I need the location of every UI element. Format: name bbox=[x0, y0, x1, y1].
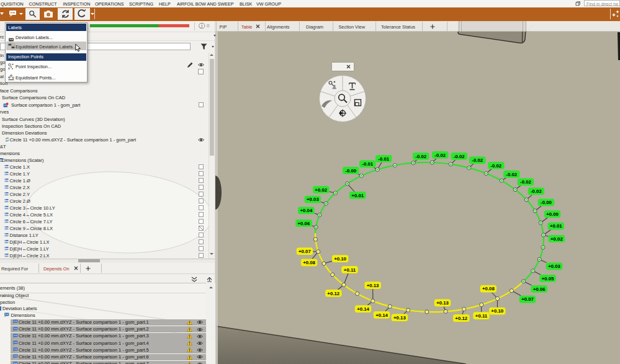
svg-text:+0.01: +0.01 bbox=[351, 193, 364, 198]
svg-text:-0.01: -0.01 bbox=[378, 156, 389, 162]
svg-text:+0.13: +0.13 bbox=[393, 315, 406, 321]
svg-text:+0.10: +0.10 bbox=[491, 308, 503, 314]
svg-text:+0.13: +0.13 bbox=[436, 300, 449, 306]
svg-text:+0.02: +0.02 bbox=[315, 187, 327, 193]
svg-text:+0.10: +0.10 bbox=[334, 256, 346, 262]
svg-text:+0.12: +0.12 bbox=[455, 316, 467, 321]
svg-text:+0.12: +0.12 bbox=[327, 291, 339, 296]
svg-text:+0.05: +0.05 bbox=[542, 276, 554, 282]
svg-text:-0.00: -0.00 bbox=[345, 168, 356, 174]
svg-text:-0.02: -0.02 bbox=[454, 154, 465, 159]
svg-text:+0.02: +0.02 bbox=[550, 236, 563, 242]
svg-text:-0.02: -0.02 bbox=[520, 179, 531, 185]
svg-text:-0.02: -0.02 bbox=[415, 154, 426, 159]
svg-text:+0.11: +0.11 bbox=[475, 313, 488, 319]
svg-text:+0.03: +0.03 bbox=[307, 197, 319, 202]
svg-text:+0.04: +0.04 bbox=[300, 208, 313, 213]
svg-text:+0.03: +0.03 bbox=[548, 264, 560, 269]
svg-text:+0.06: +0.06 bbox=[298, 221, 310, 226]
svg-text:+0.07: +0.07 bbox=[521, 296, 534, 302]
svg-text:-0.02: -0.02 bbox=[490, 163, 501, 169]
svg-text:+0.01: +0.01 bbox=[550, 223, 562, 229]
svg-text:+0.06: +0.06 bbox=[533, 286, 546, 292]
svg-text:+0.07: +0.07 bbox=[299, 249, 311, 254]
svg-text:-0.02: -0.02 bbox=[472, 158, 483, 163]
svg-text:+0.11: +0.11 bbox=[344, 267, 356, 273]
svg-text:+0.08: +0.08 bbox=[303, 260, 315, 265]
svg-text:-0.02: -0.02 bbox=[434, 153, 446, 158]
svg-text:+0.00: +0.00 bbox=[546, 211, 559, 217]
svg-text:+0.08: +0.08 bbox=[482, 286, 495, 291]
svg-text:+0.14: +0.14 bbox=[375, 313, 388, 318]
svg-text:+0.13: +0.13 bbox=[367, 283, 379, 288]
svg-text:-0.01: -0.01 bbox=[362, 161, 373, 167]
svg-text:-0.02: -0.02 bbox=[506, 172, 517, 177]
svg-text:+0.14: +0.14 bbox=[357, 306, 369, 312]
svg-text:-0.02: -0.02 bbox=[531, 189, 542, 194]
svg-text:-0.00: -0.00 bbox=[541, 200, 552, 205]
